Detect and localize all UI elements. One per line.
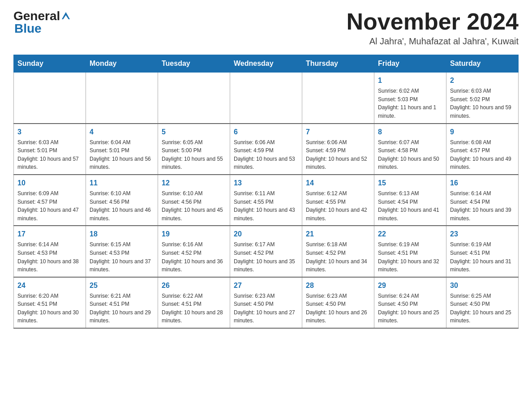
day-info: Sunrise: 6:13 AMSunset: 4:54 PMDaylight:… [378,189,442,223]
day-cell: 29Sunrise: 6:24 AMSunset: 4:50 PMDayligh… [374,277,446,328]
day-number: 4 [90,127,154,137]
logo-blue: Blue [14,21,42,35]
day-cell: 22Sunrise: 6:19 AMSunset: 4:51 PMDayligh… [374,226,446,277]
header-monday: Monday [86,55,158,73]
day-cell [230,73,302,124]
header-wednesday: Wednesday [230,55,302,73]
day-cell: 6Sunrise: 6:06 AMSunset: 4:59 PMDaylight… [230,124,302,175]
day-number: 28 [306,280,370,291]
day-cell [14,73,86,124]
day-cell: 7Sunrise: 6:06 AMSunset: 4:59 PMDaylight… [302,124,374,175]
day-number: 21 [306,229,370,240]
day-cell: 14Sunrise: 6:12 AMSunset: 4:55 PMDayligh… [302,175,374,226]
day-info: Sunrise: 6:06 AMSunset: 4:59 PMDaylight:… [306,138,370,171]
header-thursday: Thursday [302,55,374,73]
week-row-4: 24Sunrise: 6:20 AMSunset: 4:51 PMDayligh… [14,277,519,328]
day-cell: 19Sunrise: 6:16 AMSunset: 4:52 PMDayligh… [158,226,230,277]
day-number: 27 [234,280,298,291]
day-info: Sunrise: 6:15 AMSunset: 4:53 PMDaylight:… [90,240,154,274]
day-number: 12 [162,178,226,188]
day-cell: 27Sunrise: 6:23 AMSunset: 4:50 PMDayligh… [230,277,302,328]
day-cell: 26Sunrise: 6:22 AMSunset: 4:51 PMDayligh… [158,277,230,328]
calendar-title: November 2024 [347,9,519,34]
day-number: 8 [378,127,442,137]
day-number: 30 [450,280,515,291]
day-info: Sunrise: 6:18 AMSunset: 4:52 PMDaylight:… [306,240,370,274]
day-info: Sunrise: 6:22 AMSunset: 4:51 PMDaylight:… [162,292,226,325]
day-cell: 5Sunrise: 6:05 AMSunset: 5:00 PMDaylight… [158,124,230,175]
day-cell: 8Sunrise: 6:07 AMSunset: 4:58 PMDaylight… [374,124,446,175]
day-info: Sunrise: 6:20 AMSunset: 4:51 PMDaylight:… [17,292,82,325]
day-number: 29 [378,280,442,291]
day-number: 23 [450,229,515,240]
day-info: Sunrise: 6:10 AMSunset: 4:56 PMDaylight:… [162,189,226,223]
day-number: 19 [162,229,226,240]
day-number: 18 [90,229,154,240]
day-cell: 1Sunrise: 6:02 AMSunset: 5:03 PMDaylight… [374,73,446,124]
day-info: Sunrise: 6:03 AMSunset: 5:02 PMDaylight:… [450,87,515,120]
day-cell: 3Sunrise: 6:03 AMSunset: 5:01 PMDaylight… [14,124,86,175]
day-number: 17 [17,229,82,240]
day-info: Sunrise: 6:04 AMSunset: 5:01 PMDaylight:… [90,138,154,171]
day-info: Sunrise: 6:06 AMSunset: 4:59 PMDaylight:… [234,138,298,171]
day-info: Sunrise: 6:16 AMSunset: 4:52 PMDaylight:… [162,240,226,274]
day-number: 13 [234,178,298,188]
day-info: Sunrise: 6:12 AMSunset: 4:55 PMDaylight:… [306,189,370,223]
day-number: 20 [234,229,298,240]
calendar-subtitle: Al Jahra', Muhafazat al Jahra', Kuwait [347,36,519,47]
day-info: Sunrise: 6:19 AMSunset: 4:51 PMDaylight:… [378,240,442,274]
day-info: Sunrise: 6:07 AMSunset: 4:58 PMDaylight:… [378,138,442,171]
day-info: Sunrise: 6:05 AMSunset: 5:00 PMDaylight:… [162,138,226,171]
day-number: 1 [378,75,442,86]
week-row-1: 3Sunrise: 6:03 AMSunset: 5:01 PMDaylight… [14,124,519,175]
logo-icon [61,11,71,21]
day-cell [86,73,158,124]
day-info: Sunrise: 6:24 AMSunset: 4:50 PMDaylight:… [378,292,442,325]
day-cell: 25Sunrise: 6:21 AMSunset: 4:51 PMDayligh… [86,277,158,328]
day-number: 11 [90,178,154,188]
day-cell: 12Sunrise: 6:10 AMSunset: 4:56 PMDayligh… [158,175,230,226]
day-number: 26 [162,280,226,291]
day-number: 14 [306,178,370,188]
day-cell: 18Sunrise: 6:15 AMSunset: 4:53 PMDayligh… [86,226,158,277]
day-cell: 17Sunrise: 6:14 AMSunset: 4:53 PMDayligh… [14,226,86,277]
day-number: 2 [450,75,515,86]
day-cell [158,73,230,124]
day-info: Sunrise: 6:03 AMSunset: 5:01 PMDaylight:… [17,138,82,171]
title-area: November 2024 Al Jahra', Muhafazat al Ja… [347,9,519,47]
header-friday: Friday [374,55,446,73]
day-info: Sunrise: 6:23 AMSunset: 4:50 PMDaylight:… [234,292,298,325]
day-number: 9 [450,127,515,137]
day-cell: 15Sunrise: 6:13 AMSunset: 4:54 PMDayligh… [374,175,446,226]
calendar-table: SundayMondayTuesdayWednesdayThursdayFrid… [13,55,519,329]
header-tuesday: Tuesday [158,55,230,73]
day-number: 7 [306,127,370,137]
day-number: 6 [234,127,298,137]
day-cell: 20Sunrise: 6:17 AMSunset: 4:52 PMDayligh… [230,226,302,277]
day-number: 25 [90,280,154,291]
day-info: Sunrise: 6:08 AMSunset: 4:57 PMDaylight:… [450,138,515,171]
day-cell: 28Sunrise: 6:23 AMSunset: 4:50 PMDayligh… [302,277,374,328]
day-info: Sunrise: 6:23 AMSunset: 4:50 PMDaylight:… [306,292,370,325]
day-cell: 2Sunrise: 6:03 AMSunset: 5:02 PMDaylight… [446,73,519,124]
day-cell: 24Sunrise: 6:20 AMSunset: 4:51 PMDayligh… [14,277,86,328]
day-cell: 4Sunrise: 6:04 AMSunset: 5:01 PMDaylight… [86,124,158,175]
day-number: 24 [17,280,82,291]
day-info: Sunrise: 6:09 AMSunset: 4:57 PMDaylight:… [17,189,82,223]
day-cell: 10Sunrise: 6:09 AMSunset: 4:57 PMDayligh… [14,175,86,226]
logo: General Blue [13,9,71,36]
day-cell: 9Sunrise: 6:08 AMSunset: 4:57 PMDaylight… [446,124,519,175]
day-cell: 21Sunrise: 6:18 AMSunset: 4:52 PMDayligh… [302,226,374,277]
day-info: Sunrise: 6:11 AMSunset: 4:55 PMDaylight:… [234,189,298,223]
day-info: Sunrise: 6:19 AMSunset: 4:51 PMDaylight:… [450,240,515,274]
day-cell: 16Sunrise: 6:14 AMSunset: 4:54 PMDayligh… [446,175,519,226]
header-sunday: Sunday [14,55,86,73]
calendar-header-row: SundayMondayTuesdayWednesdayThursdayFrid… [14,55,519,73]
week-row-3: 17Sunrise: 6:14 AMSunset: 4:53 PMDayligh… [14,226,519,277]
day-cell: 13Sunrise: 6:11 AMSunset: 4:55 PMDayligh… [230,175,302,226]
day-info: Sunrise: 6:10 AMSunset: 4:56 PMDaylight:… [90,189,154,223]
week-row-2: 10Sunrise: 6:09 AMSunset: 4:57 PMDayligh… [14,175,519,226]
day-cell: 11Sunrise: 6:10 AMSunset: 4:56 PMDayligh… [86,175,158,226]
header-saturday: Saturday [446,55,519,73]
day-cell: 23Sunrise: 6:19 AMSunset: 4:51 PMDayligh… [446,226,519,277]
